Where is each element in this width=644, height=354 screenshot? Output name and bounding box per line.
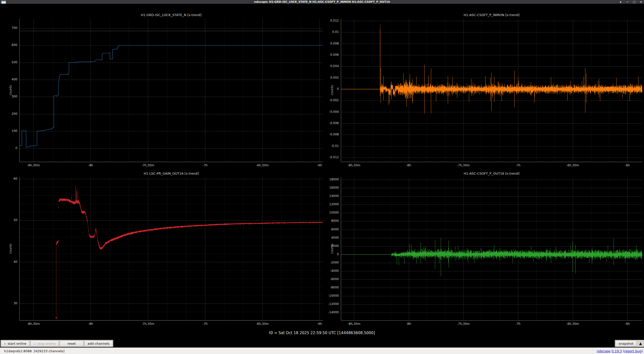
y-tick-label: 300	[3, 95, 17, 98]
y-tick-label: 0.004	[324, 64, 339, 68]
y-tick-label: -6000	[324, 277, 339, 281]
play-icon: ▷	[4, 342, 6, 345]
y-tick-label: 400	[3, 78, 17, 81]
x-tick-label: -7h	[507, 164, 529, 167]
y-tick-label: 10000	[324, 211, 339, 214]
y-tick-label: 0.01	[324, 30, 339, 34]
x-tick-label: -6h	[308, 322, 331, 326]
y-tick-label: -4000	[324, 269, 339, 273]
x-tick-label: -7h,30m	[452, 322, 475, 326]
x-tick-label: -6h,30m	[561, 322, 584, 326]
y-axis-label: counts	[9, 244, 12, 254]
x-tick-label: -6h	[308, 164, 331, 167]
maximize-window-icon[interactable]: □	[633, 0, 636, 4]
x-tick-label: -8h,30m	[343, 322, 365, 326]
x-tick-label: -7h,30m	[137, 322, 159, 326]
y-tick-label: 100	[3, 129, 17, 133]
toolbar-right-group: snapshot ▲	[615, 340, 644, 347]
y-tick-label: -14000	[324, 311, 339, 314]
x-tick-label: -6h,30m	[251, 164, 274, 167]
plot-title: H1:ASC-CSOFT_P_OUT16 [s-trend]	[464, 172, 519, 175]
y-tick-label: -0.012	[324, 156, 339, 159]
version-link[interactable]: 0.19.3	[612, 349, 622, 353]
y-tick-label: 0.008	[324, 42, 339, 45]
x-tick-label: -7h,30m	[452, 164, 475, 167]
y-tick-label: -0.01	[324, 144, 339, 148]
y-tick-label: -12000	[324, 302, 339, 306]
shade-window-icon[interactable]: ∧	[619, 0, 622, 4]
stop-icon: □	[34, 342, 36, 345]
y-tick-label: 50	[3, 218, 17, 222]
plot-canvas-h1-grd-isc-lock-state-n[interactable]	[19, 19, 323, 162]
window-icon	[1, 1, 6, 4]
y-tick-label: 700	[3, 26, 17, 30]
x-tick-label: -6h,30m	[251, 322, 274, 326]
reset-button[interactable]: reset	[60, 340, 84, 347]
toolbar-left-group: ▷ start online □ stop online reset add c…	[1, 340, 113, 347]
x-tick-label: -8h	[397, 164, 420, 167]
x-tick-label: -8h,30m	[343, 164, 365, 167]
y-tick-label: 4000	[324, 236, 339, 239]
y-tick-label: 40	[3, 260, 17, 264]
x-tick-label: -7h	[194, 164, 216, 167]
plot-title: H1:GRD-ISC_LOCK_STATE_N [s-trend]	[141, 13, 202, 17]
add-channels-button[interactable]: add channels	[84, 340, 113, 347]
y-tick-label: -0.006	[324, 121, 339, 125]
status-bar: h1daqnds1:8088 [429233 channels] ndscope…	[0, 347, 644, 354]
y-tick-label: 0.002	[324, 76, 339, 79]
x-tick-label: -8h	[79, 164, 102, 167]
y-tick-label: 6000	[324, 228, 339, 231]
x-tick-label: -7h	[194, 322, 216, 326]
x-tick-label: -8h	[397, 322, 420, 326]
y-tick-label: 0.012	[324, 19, 339, 22]
x-tick-label: -6h,30m	[561, 164, 584, 167]
version-links: ndscope 0.19.3 (report bug)	[597, 349, 644, 353]
ndscope-link[interactable]: ndscope	[597, 349, 611, 353]
stop-online-button: □ stop online	[30, 340, 59, 347]
y-tick-label: -0.004	[324, 110, 339, 114]
plot-canvas-h1-lsc-pr-gain-out16[interactable]	[19, 177, 323, 321]
y-tick-label: -2000	[324, 261, 339, 264]
x-tick-label: -8h,30m	[22, 322, 45, 326]
nds-server-status: h1daqnds1:8088 [429233 channels]	[0, 349, 64, 353]
y-tick-label: 18000	[324, 178, 339, 181]
t0-timestamp-label: t0 = Sat Oct 18 2025 22:59:50 UTC [14448…	[0, 331, 644, 335]
close-window-icon[interactable]: ×	[639, 0, 642, 4]
y-tick-label: 8000	[324, 219, 339, 223]
x-tick-label: -6h	[616, 164, 639, 167]
y-tick-label: 16000	[324, 186, 339, 189]
plot-canvas-h1-asc-csoft-p-out16[interactable]	[341, 177, 642, 321]
y-tick-label: -0.002	[324, 98, 339, 102]
minimize-window-icon[interactable]: −	[626, 0, 629, 4]
y-tick-label: -10000	[324, 294, 339, 297]
x-tick-label: -6h	[616, 322, 639, 326]
x-tick-label: -8h	[79, 322, 102, 326]
x-tick-label: -7h,30m	[137, 164, 159, 167]
y-tick-label: 14000	[324, 194, 339, 198]
y-tick-label: -8000	[324, 286, 339, 289]
y-tick-label: 0	[3, 146, 17, 150]
plot-canvas-h1-asc-csoft-p-inmon[interactable]	[341, 19, 642, 162]
y-tick-label: 60	[3, 177, 17, 180]
y-tick-label: 0	[324, 252, 339, 256]
expand-triangle-icon[interactable]: ▲	[637, 341, 643, 346]
y-tick-label: 0.006	[324, 53, 339, 57]
y-tick-label: 500	[3, 61, 17, 64]
x-tick-label: -7h	[507, 322, 529, 326]
y-tick-label: 12000	[324, 203, 339, 206]
y-axis-label: counts	[9, 85, 12, 95]
bottom-toolbar: ▷ start online □ stop online reset add c…	[0, 340, 644, 347]
report-bug-link[interactable]: report bug	[624, 349, 641, 353]
start-online-button[interactable]: ▷ start online	[1, 340, 30, 347]
y-tick-label: 600	[3, 43, 17, 47]
y-tick-label: -0.008	[324, 133, 339, 136]
x-tick-label: -8h,30m	[22, 164, 45, 167]
y-tick-label: 0	[324, 87, 339, 91]
y-tick-label: 2000	[324, 244, 339, 248]
plot-title: H1:ASC-CSOFT_P_INMON [s-trend]	[464, 13, 519, 17]
window-titlebar: ndscope: H1:GRD-ISC_LOCK_STATE_N H1:ASC-…	[0, 0, 644, 4]
y-tick-label: 200	[3, 112, 17, 116]
y-tick-label: 30	[3, 301, 17, 305]
window-title: ndscope: H1:GRD-ISC_LOCK_STATE_N H1:ASC-…	[0, 0, 644, 4]
snapshot-button[interactable]: snapshot	[615, 340, 637, 347]
